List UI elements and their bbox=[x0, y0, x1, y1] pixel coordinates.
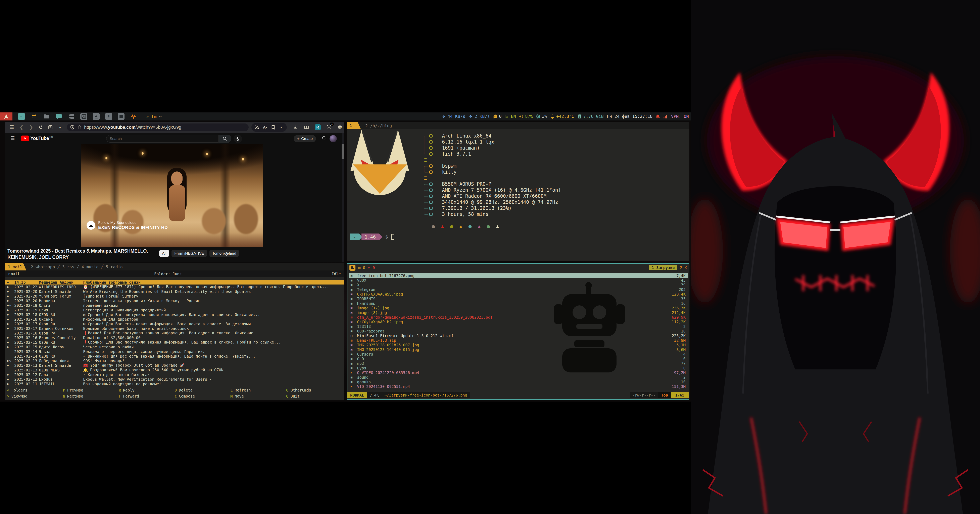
file-row[interactable]: ■ X 79 bbox=[348, 283, 687, 287]
filter-chip[interactable]: All bbox=[159, 250, 169, 257]
help-item[interactable]: CCompose bbox=[175, 394, 230, 398]
mail-row[interactable]: 2025-02-13 OZON_NEWS 🔔 Поздравляем! Вам … bbox=[5, 368, 344, 372]
net-down-module[interactable]: 44 KB/s bbox=[442, 114, 466, 119]
sidebar-caret-icon[interactable]: ▼ bbox=[56, 124, 64, 131]
help-item[interactable]: QQuit bbox=[286, 394, 342, 398]
help-item[interactable]: DDelete bbox=[175, 388, 230, 392]
mail-row[interactable]: ● 2025-02-12 Гала · Клиенты для вашего б… bbox=[5, 372, 344, 377]
file-row[interactable]: ▶ Q_VIDEO_20241220_085546.mp4 97,2M bbox=[348, 370, 687, 375]
extension-r-icon[interactable]: R bbox=[314, 124, 322, 131]
rss-icon[interactable] bbox=[253, 124, 261, 131]
mail-row[interactable]: ● 2025-02-16 Frances Connolly Donation o… bbox=[5, 335, 344, 340]
mail-row[interactable]: ● ✎ 2025-02-19 Ольга приведем заказы bbox=[5, 303, 344, 307]
help-item[interactable]: OOtherCmds bbox=[286, 388, 342, 392]
file-row[interactable]: ■ VBOX 45 bbox=[348, 278, 687, 283]
ram-module[interactable]: 7,76 GiB bbox=[578, 114, 604, 119]
vpn-module[interactable]: VPN: ON bbox=[671, 114, 689, 119]
file-row[interactable]: ■ mp3 77 bbox=[348, 361, 687, 366]
reload-icon[interactable] bbox=[37, 124, 45, 131]
search-button[interactable] bbox=[219, 135, 231, 143]
ghost-module[interactable]: 0 bbox=[493, 114, 502, 119]
downloads-icon[interactable] bbox=[291, 124, 299, 131]
workspace-misc[interactable]: # bbox=[105, 113, 112, 120]
tabs-other[interactable]: 2 whatsapp ╱ 3 rss ╱ 4 music ╱ 5 radio bbox=[26, 263, 127, 271]
browser-scrollbar[interactable] bbox=[342, 133, 344, 263]
avatar[interactable] bbox=[329, 135, 337, 142]
mail-row[interactable]: ● 2025-02-15 Идите Лесом Четыре истории … bbox=[5, 345, 344, 349]
menu-icon[interactable]: ☰ bbox=[8, 124, 16, 131]
file-row[interactable]: ■ Telegram 205 bbox=[348, 287, 687, 292]
mail-row[interactable]: ● 2025-02-17 Даниил Сотников Большое обн… bbox=[5, 326, 344, 331]
tab-2-blog[interactable]: 2 /h/z/blog bbox=[361, 122, 396, 129]
help-item[interactable]: FForward bbox=[119, 394, 175, 398]
file-row[interactable]: ■ Буря 0 bbox=[348, 366, 687, 370]
mail-row[interactable]: ● 2025-02-19 Юлия Регистрация и Ликвидац… bbox=[5, 307, 344, 312]
workspace-terminal[interactable]: >_ bbox=[18, 113, 25, 120]
launcher-prompt[interactable]: » fm ~ bbox=[146, 114, 162, 119]
help-item[interactable]: LRefresh bbox=[230, 388, 286, 392]
mail-row[interactable]: ● 2025-02-18 Оксана Информация для дирек… bbox=[5, 317, 344, 321]
help-item[interactable]: RReply bbox=[119, 388, 175, 392]
file-row[interactable]: ▣ IMG_20250128_091825_007.jpg 5,1M bbox=[348, 342, 687, 347]
file-row[interactable]: ■ 123113 2 bbox=[348, 324, 687, 329]
sidebar-icon[interactable] bbox=[46, 124, 54, 131]
signal-module[interactable] bbox=[663, 114, 668, 119]
mail-row[interactable]: ● 2025-02-17 Ozon.Ru ⊠ Срочно! Для Вас е… bbox=[5, 321, 344, 326]
bookmark-icon[interactable] bbox=[269, 124, 277, 131]
create-button[interactable]: + Create bbox=[294, 135, 316, 142]
keyboard-layout-module[interactable]: EN bbox=[505, 114, 516, 119]
tab-mail[interactable]: 1 mail bbox=[5, 263, 26, 271]
file-row[interactable]: ▣ image (17).jpg 236,7K bbox=[348, 306, 687, 310]
yt-notifications-button[interactable] bbox=[321, 136, 326, 142]
yt-menu-icon[interactable]: ☰ bbox=[9, 135, 17, 142]
file-row[interactable]: ▢ MiniFuse1_Firmware_Update_1_5_0_212_wi… bbox=[348, 333, 687, 338]
lock-icon[interactable] bbox=[77, 124, 82, 131]
workspace-downloads[interactable] bbox=[93, 113, 100, 120]
file-row[interactable]: ▣ image (8).jpg 212,4K bbox=[348, 310, 687, 315]
mail-row[interactable]: ● ✎ 2025-02-13 Лебедева Юлия SOS! Нужна … bbox=[5, 358, 344, 363]
file-row[interactable]: ▶ VID_20241130_092551.mp4 151,3M bbox=[348, 384, 687, 389]
workspace-files[interactable] bbox=[43, 113, 50, 120]
fm-tab-downloads[interactable]: 1 Загрузки bbox=[649, 265, 677, 270]
mic-button[interactable] bbox=[234, 135, 242, 143]
mail-row[interactable]: ● 2025-02-20 Daniel Shnaider We Are Brea… bbox=[5, 289, 344, 294]
mail-row[interactable]: ● 2025-02-20 YunoHost Forum [YunoHost Fo… bbox=[5, 294, 344, 298]
filter-chip[interactable]: Tomorrowland bbox=[210, 250, 239, 257]
chips-more-icon[interactable]: ❯ bbox=[225, 251, 229, 256]
mail-row[interactable]: ● 2025-02-12 Exodus Exodus Wallet: New V… bbox=[5, 377, 344, 382]
file-row[interactable]: ▣ GkFPR-GXUAACWSS.jpeg 128,4K bbox=[348, 292, 687, 296]
mail-row[interactable]: 2025-02-14 OZON_RU ✓ Внимание! Для Вас е… bbox=[5, 354, 344, 358]
mail-row[interactable]: ● 2025-02-20 Неонила Экспресс-доставка г… bbox=[5, 298, 344, 303]
file-row[interactable]: ▧ Lens-FREE-1.3.zip 32,9M bbox=[348, 338, 687, 342]
mail-row[interactable]: 2025-02-16 Ozon_Py ❗Важно! Для Вас посту… bbox=[5, 331, 344, 335]
net-up-module[interactable]: 2 KB/s bbox=[469, 114, 490, 119]
notifications-module[interactable] bbox=[655, 114, 660, 119]
workspace-chat[interactable] bbox=[56, 113, 62, 120]
shell-prompt[interactable]: ~ 1.46 $ bbox=[350, 234, 394, 240]
mail-row[interactable]: ● 14:35 Медведев Андрей Глобальные торго… bbox=[5, 280, 344, 285]
file-row[interactable]: ■ Пингвины 16 bbox=[348, 301, 687, 306]
temp-module[interactable]: +42.8°C bbox=[550, 114, 574, 119]
translate-icon[interactable]: Aх bbox=[261, 124, 269, 131]
file-row[interactable]: ■ 000-razobrat 10 bbox=[348, 329, 687, 333]
mail-row[interactable]: 2025-02-14 Эльза Реклама от первого лица… bbox=[5, 349, 344, 354]
fm-tab-2[interactable]: 2 X bbox=[680, 266, 687, 270]
mail-row[interactable]: ● 2025-02-18 OZON_RU ⊠ Срочно! Для Вас п… bbox=[5, 312, 344, 317]
cpu-module[interactable]: 3% bbox=[536, 114, 547, 119]
workspace-cat[interactable] bbox=[30, 113, 37, 120]
search-input[interactable] bbox=[110, 137, 215, 141]
file-row[interactable]: ■ OLD 0 bbox=[348, 356, 687, 361]
workspace-windows[interactable] bbox=[68, 113, 75, 120]
scrollbar-thumb[interactable] bbox=[342, 144, 344, 159]
file-row[interactable]: ▣ GkC0yLaXgAAP-H2.jpeg 112,2K bbox=[348, 320, 687, 324]
reading-list-icon[interactable] bbox=[302, 124, 310, 131]
file-row[interactable]: ▣ free-icon-bot-7167276.png 7,4K bbox=[348, 273, 687, 278]
workspace-images[interactable] bbox=[80, 113, 87, 120]
filter-chip[interactable]: From iNEGATIVE bbox=[172, 250, 207, 257]
mail-row[interactable]: ● 2025-02-11 JETMAIL Ваш надежный подряд… bbox=[5, 382, 344, 386]
help-item[interactable]: PPrevMsg bbox=[63, 388, 119, 392]
arch-menu-button[interactable] bbox=[0, 113, 13, 121]
file-row[interactable]: ■ Cursors 4 bbox=[348, 352, 687, 356]
tab-1-home[interactable]: 1 ~ bbox=[347, 122, 361, 129]
workspace-activity[interactable] bbox=[130, 113, 137, 120]
